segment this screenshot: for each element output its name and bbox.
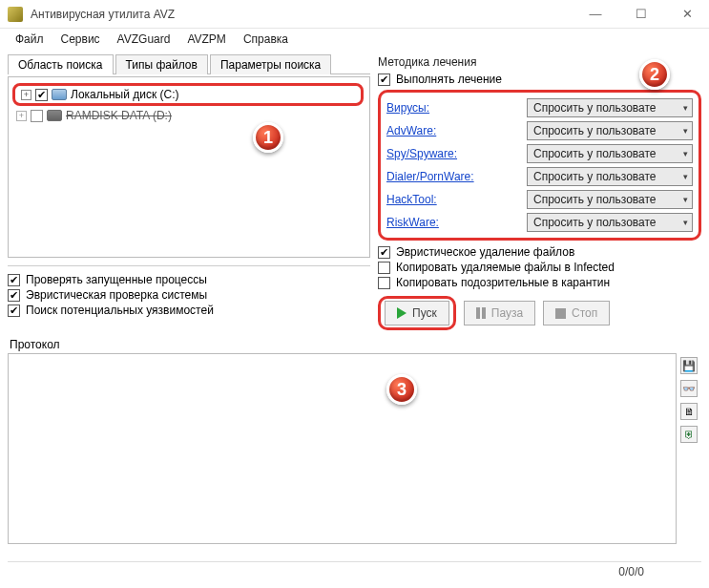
disk-icon (47, 110, 62, 121)
combo-virus[interactable]: Спросить у пользовате ▾ (527, 98, 693, 117)
pause-label: Пауза (491, 306, 523, 320)
combo-value: Спросить у пользовате (533, 170, 657, 183)
minimize-button[interactable]: — (581, 5, 610, 24)
perform-label: Выполнять лечение (396, 73, 502, 86)
threat-link-riskware[interactable]: RiskWare: (386, 216, 439, 229)
threat-row-dialer: Dialer/PornWare: Спросить у пользовате ▾ (386, 165, 693, 188)
close-button[interactable]: ✕ (673, 5, 701, 24)
menu-service[interactable]: Сервис (53, 31, 108, 48)
menubar: Файл Сервис AVZGuard AVZPM Справка (0, 29, 709, 50)
chevron-down-icon: ▾ (683, 149, 688, 158)
left-tabs: Область поиска Типы файлов Параметры пои… (8, 53, 370, 74)
expand-icon[interactable]: + (16, 111, 27, 121)
window-title: Антивирусная утилита AVZ (31, 8, 581, 21)
menu-help[interactable]: Справка (236, 31, 296, 48)
disk-icon (52, 89, 67, 100)
combo-value: Спросить у пользовате (533, 216, 657, 229)
threat-row-riskware: RiskWare: Спросить у пользовате ▾ (386, 211, 693, 234)
threat-row-hacktool: HackTool: Спросить у пользовате ▾ (386, 188, 693, 211)
opt-heuristic[interactable]: ✔ Эвристическая проверка системы (8, 287, 370, 303)
pause-button[interactable]: Пауза (464, 301, 535, 326)
document-icon[interactable]: 🗎 (680, 403, 698, 420)
window-controls: — ☐ ✕ (581, 5, 701, 24)
shield-icon[interactable]: ⛨ (680, 426, 698, 443)
combo-advware[interactable]: Спросить у пользовате ▾ (527, 121, 693, 140)
threat-link-dialer[interactable]: Dialer/PornWare: (386, 170, 474, 183)
app-icon (8, 7, 23, 22)
combo-riskware[interactable]: Спросить у пользовате ▾ (527, 213, 693, 232)
tab-params[interactable]: Параметры поиска (210, 54, 331, 74)
drive-tree[interactable]: + ✔ Локальный диск (C:) + RAMDISK DATA (… (8, 76, 370, 258)
opt-heurdel[interactable]: ✔ Эвристическое удаление файлов (378, 244, 701, 260)
chevron-down-icon: ▾ (683, 126, 688, 136)
drive-c-checkbox[interactable]: ✔ (35, 89, 48, 101)
opt-running-label: Проверять запущенные процессы (26, 273, 207, 286)
opt-copyinf[interactable]: Копировать удаляемые файлы в Infected (378, 260, 701, 275)
protocol-label: Протокол (0, 330, 709, 353)
left-options: ✔ Проверять запущенные процессы ✔ Эврист… (8, 265, 370, 318)
play-icon (397, 307, 407, 319)
combo-value: Спросить у пользовате (533, 193, 657, 206)
chevron-down-icon: ▾ (683, 218, 688, 227)
chevron-down-icon: ▾ (683, 195, 688, 204)
tab-filetypes[interactable]: Типы файлов (115, 54, 208, 74)
glasses-icon[interactable]: 👓 (680, 380, 698, 397)
combo-value: Спросить у пользовате (533, 124, 657, 137)
callout-1: 1 (253, 122, 283, 153)
combo-hacktool[interactable]: Спросить у пользовате ▾ (527, 190, 693, 209)
checkbox[interactable]: ✔ (8, 304, 20, 317)
drive-row-c[interactable]: + ✔ Локальный диск (C:) (12, 83, 364, 106)
maximize-button[interactable]: ☐ (627, 5, 656, 24)
protocol-textarea[interactable] (8, 353, 677, 544)
threat-link-advware[interactable]: AdvWare: (386, 124, 436, 137)
stop-label: Стоп (572, 306, 597, 320)
combo-dialer[interactable]: Спросить у пользовате ▾ (527, 167, 693, 186)
checkbox[interactable] (378, 262, 390, 274)
drive-d-label: RAMDISK DATA (D:) (66, 109, 172, 122)
expand-icon[interactable]: + (21, 90, 31, 100)
chevron-down-icon: ▾ (683, 172, 688, 181)
callout-3: 3 (386, 374, 417, 405)
save-icon[interactable]: 💾 (680, 357, 698, 374)
opt-vuln[interactable]: ✔ Поиск потенциальных уязвимостей (8, 303, 370, 318)
combo-value: Спросить у пользовате (533, 101, 657, 115)
chevron-down-icon: ▾ (683, 103, 688, 113)
threat-row-virus: Вирусы: Спросить у пользовате ▾ (386, 96, 693, 119)
threat-link-hacktool[interactable]: HackTool: (386, 193, 437, 206)
opt-copyquar-label: Копировать подозрительные в карантин (396, 276, 610, 289)
extra-options: ✔ Эвристическое удаление файлов Копирова… (378, 241, 701, 296)
status-counter: 0/0/0 (618, 565, 644, 578)
threat-row-spy: Spy/Spyware: Спросить у пользовате ▾ (386, 142, 693, 165)
threat-actions-panel: Вирусы: Спросить у пользовате ▾ AdvWare:… (378, 90, 701, 241)
stop-button[interactable]: Стоп (543, 301, 610, 326)
threat-link-spy[interactable]: Spy/Spyware: (386, 147, 457, 160)
drive-row-d[interactable]: + RAMDISK DATA (D:) (14, 108, 364, 123)
opt-copyquar[interactable]: Копировать подозрительные в карантин (378, 275, 701, 290)
titlebar: Антивирусная утилита AVZ — ☐ ✕ (0, 0, 709, 29)
opt-heuristic-label: Эвристическая проверка системы (26, 288, 207, 302)
checkbox[interactable]: ✔ (8, 274, 20, 286)
checkbox[interactable]: ✔ (8, 289, 20, 302)
drive-c-label: Локальный диск (C:) (71, 88, 179, 101)
combo-value: Спросить у пользовате (533, 147, 657, 160)
opt-copyinf-label: Копировать удаляемые файлы в Infected (396, 261, 615, 274)
checkbox[interactable]: ✔ (378, 74, 390, 86)
drive-d-checkbox[interactable] (31, 110, 43, 122)
opt-running[interactable]: ✔ Проверять запущенные процессы (8, 272, 370, 287)
checkbox[interactable] (378, 277, 390, 289)
threat-link-virus[interactable]: Вирусы: (386, 101, 429, 115)
checkbox[interactable]: ✔ (378, 246, 390, 259)
combo-spy[interactable]: Спросить у пользовате ▾ (527, 144, 693, 163)
menu-file[interactable]: Файл (8, 31, 52, 48)
menu-avzpm[interactable]: AVZPM (179, 31, 233, 48)
stop-icon (555, 308, 566, 319)
menu-avzguard[interactable]: AVZGuard (110, 31, 178, 48)
start-highlight: Пуск (378, 296, 456, 330)
opt-vuln-label: Поиск потенциальных уязвимостей (26, 304, 214, 317)
start-label: Пуск (412, 306, 437, 320)
start-button[interactable]: Пуск (385, 301, 449, 326)
threat-row-advware: AdvWare: Спросить у пользовате ▾ (386, 119, 693, 142)
tab-scope[interactable]: Область поиска (8, 54, 114, 74)
protocol-tools: 💾 👓 🗎 ⛨ (680, 353, 701, 544)
callout-2: 2 (639, 59, 670, 90)
